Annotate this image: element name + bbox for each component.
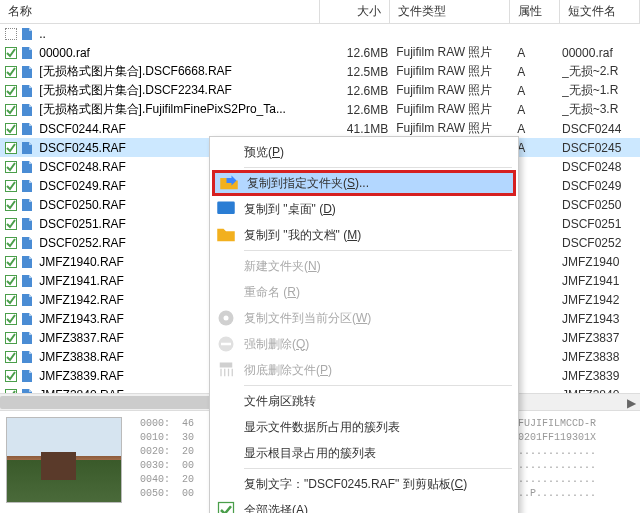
blank-icon	[216, 443, 236, 463]
file-short: JMFZ1943	[562, 312, 640, 326]
file-icon	[20, 102, 36, 118]
file-icon	[20, 197, 36, 213]
checkbox-icon[interactable]	[4, 293, 18, 307]
context-menu: 预览(P) 复制到指定文件夹(S)... 复制到 "桌面" (D) 复制到 "我…	[209, 136, 519, 513]
folder-copy-icon	[219, 173, 239, 193]
file-attr: A	[513, 103, 562, 117]
checkbox-icon[interactable]	[4, 122, 18, 136]
file-short: _无损~3.R	[562, 101, 640, 118]
menu-sector-jump[interactable]: 文件扇区跳转	[212, 388, 516, 414]
menu-copy-text[interactable]: 复制文字："DSCF0245.RAF" 到剪贴板(C)	[212, 471, 516, 497]
file-icon	[20, 311, 36, 327]
file-size: 12.5MB	[328, 65, 396, 79]
separator	[244, 250, 512, 251]
svg-rect-5	[221, 343, 231, 346]
hex-ascii: FUJIFILMCCD-R 0201FF119301X ............…	[518, 417, 634, 507]
file-icon	[20, 330, 36, 346]
file-name: DSCF0244.RAF	[39, 122, 328, 136]
file-size: 41.1MB	[328, 122, 396, 136]
checkbox-icon[interactable]	[4, 65, 18, 79]
col-type[interactable]: 文件类型	[390, 0, 510, 23]
hex-offsets: 0000: 46 0010: 30 0020: 20 0030: 00 0040…	[140, 417, 208, 507]
delete-icon	[216, 334, 236, 354]
menu-select-all[interactable]: 全部选择(A)	[212, 497, 516, 513]
checkbox-icon[interactable]	[4, 312, 18, 326]
col-name[interactable]: 名称	[0, 0, 320, 23]
checkbox-icon[interactable]	[4, 84, 18, 98]
drive-icon	[216, 308, 236, 328]
menu-copy-to-docs[interactable]: 复制到 "我的文档" (M)	[212, 222, 516, 248]
file-short: DSCF0252	[562, 236, 640, 250]
file-size: 12.6MB	[328, 103, 396, 117]
new-folder-icon	[216, 256, 236, 276]
file-short: JMFZ1940	[562, 255, 640, 269]
separator	[244, 468, 512, 469]
file-name: [无损格式图片集合].FujifilmFinePixS2Pro_Ta...	[39, 101, 328, 118]
checkbox-empty-icon[interactable]	[4, 27, 18, 41]
menu-perm-delete: 彻底删除文件(P)	[212, 357, 516, 383]
file-short: DSCF0245	[562, 141, 640, 155]
file-attr: A	[513, 141, 562, 155]
file-icon	[20, 216, 36, 232]
checkbox-icon[interactable]	[4, 236, 18, 250]
table-row[interactable]: [无损格式图片集合].DSCF6668.RAF12.5MBFujifilm RA…	[0, 62, 640, 81]
file-type: Fujifilm RAW 照片	[396, 63, 513, 80]
checkbox-icon[interactable]	[4, 179, 18, 193]
file-type: Fujifilm RAW 照片	[396, 44, 513, 61]
file-short: JMFZ3837	[562, 331, 640, 345]
menu-root-cluster[interactable]: 显示根目录占用的簇列表	[212, 440, 516, 466]
svg-point-3	[224, 316, 229, 321]
separator	[244, 167, 512, 168]
file-icon	[20, 235, 36, 251]
blank-icon	[216, 391, 236, 411]
checkbox-icon[interactable]	[4, 198, 18, 212]
checkbox-icon[interactable]	[4, 255, 18, 269]
desktop-icon	[216, 199, 236, 219]
table-row[interactable]: ..	[0, 24, 640, 43]
file-type: Fujifilm RAW 照片	[396, 82, 513, 99]
checkbox-icon[interactable]	[4, 217, 18, 231]
checkbox-icon[interactable]	[4, 141, 18, 155]
file-name: [无损格式图片集合].DSCF2234.RAF	[39, 82, 328, 99]
file-short: DSCF0248	[562, 160, 640, 174]
file-short: JMFZ1941	[562, 274, 640, 288]
menu-copy-to-folder[interactable]: 复制到指定文件夹(S)...	[212, 170, 516, 196]
table-row[interactable]: 00000.raf12.6MBFujifilm RAW 照片A00000.raf	[0, 43, 640, 62]
col-attr[interactable]: 属性	[510, 0, 560, 23]
scroll-right-icon[interactable]: ▶	[623, 394, 640, 411]
checkbox-icon[interactable]	[4, 103, 18, 117]
table-row[interactable]: [无损格式图片集合].FujifilmFinePixS2Pro_Ta...12.…	[0, 100, 640, 119]
preview-icon	[216, 142, 236, 162]
menu-rename: 重命名 (R)	[212, 279, 516, 305]
menu-force-delete: 强制删除(Q)	[212, 331, 516, 357]
file-icon	[20, 273, 36, 289]
file-short: DSCF0250	[562, 198, 640, 212]
checkbox-icon[interactable]	[4, 350, 18, 364]
file-type: Fujifilm RAW 照片	[396, 120, 513, 137]
checkbox-icon[interactable]	[4, 274, 18, 288]
file-icon	[20, 368, 36, 384]
table-row[interactable]: [无损格式图片集合].DSCF2234.RAF12.6MBFujifilm RA…	[0, 81, 640, 100]
checkbox-icon[interactable]	[4, 369, 18, 383]
file-icon	[20, 178, 36, 194]
menu-cluster-list[interactable]: 显示文件数据所占用的簇列表	[212, 414, 516, 440]
checkbox-icon[interactable]	[4, 46, 18, 60]
checkbox-icon[interactable]	[4, 160, 18, 174]
col-size[interactable]: 大小	[320, 0, 390, 23]
check-icon	[216, 500, 236, 513]
file-attr: A	[513, 46, 562, 60]
menu-preview[interactable]: 预览(P)	[212, 139, 516, 165]
file-attr: A	[513, 84, 562, 98]
file-short: DSCF0251	[562, 217, 640, 231]
file-attr: A	[513, 122, 562, 136]
file-short: JMFZ1942	[562, 293, 640, 307]
checkbox-icon[interactable]	[4, 331, 18, 345]
thumbnail-image	[6, 417, 122, 503]
file-icon	[20, 26, 36, 42]
menu-copy-to-desktop[interactable]: 复制到 "桌面" (D)	[212, 196, 516, 222]
svg-rect-6	[220, 363, 233, 368]
col-short[interactable]: 短文件名	[560, 0, 640, 23]
menu-new-folder: 新建文件夹(N)	[212, 253, 516, 279]
file-attr: A	[513, 65, 562, 79]
file-icon	[20, 83, 36, 99]
